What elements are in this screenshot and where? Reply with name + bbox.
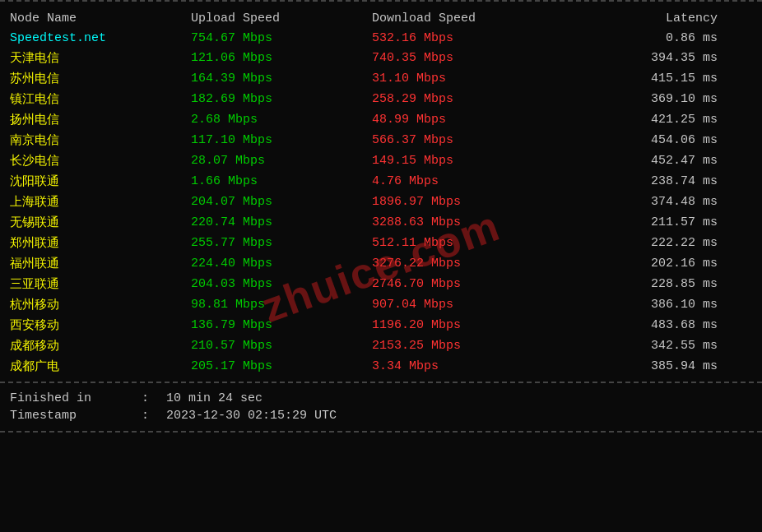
bottom-dashed-line	[0, 431, 762, 433]
latency-value: 222.22 ms	[569, 236, 718, 250]
latency-value: 454.06 ms	[569, 133, 718, 147]
node-name: 杭州移动	[10, 297, 191, 312]
upload-speed: 164.39 Mbps	[191, 72, 372, 86]
main-container: zhuice.com Node Name Upload Speed Downlo…	[0, 0, 762, 532]
download-speed: 3276.22 Mbps	[372, 257, 569, 271]
table-row: 镇江电信182.69 Mbps258.29 Mbps369.10 ms	[10, 89, 752, 109]
node-name: 成都广电	[10, 359, 191, 374]
latency-value: 452.47 ms	[569, 154, 718, 168]
latency-value: 238.74 ms	[569, 174, 718, 188]
table-body: Speedtest.net754.67 Mbps532.16 Mbps0.86 …	[10, 29, 752, 377]
footer-finished-label: Finished in	[10, 391, 142, 405]
download-speed: 3.34 Mbps	[372, 359, 569, 373]
latency-value: 202.16 ms	[569, 257, 718, 271]
table-row: 杭州移动98.81 Mbps907.04 Mbps386.10 ms	[10, 294, 752, 315]
download-speed: 4.76 Mbps	[372, 174, 569, 188]
table-row: 沈阳联通1.66 Mbps4.76 Mbps238.74 ms	[10, 171, 752, 192]
node-name: 苏州电信	[10, 71, 191, 86]
latency-value: 386.10 ms	[569, 298, 718, 312]
upload-speed: 205.17 Mbps	[191, 359, 372, 373]
table-row: 苏州电信164.39 Mbps31.10 Mbps415.15 ms	[10, 68, 752, 89]
header-latency: Latency	[569, 12, 718, 25]
node-name: 上海联通	[10, 194, 191, 210]
table-row: 无锡联通220.74 Mbps3288.63 Mbps211.57 ms	[10, 212, 752, 233]
header-upload: Upload Speed	[191, 12, 372, 25]
upload-speed: 117.10 Mbps	[191, 133, 372, 147]
download-speed: 512.11 Mbps	[372, 236, 569, 250]
upload-speed: 1.66 Mbps	[191, 174, 372, 188]
table-row: 福州联通224.40 Mbps3276.22 Mbps202.16 ms	[10, 253, 752, 274]
table-row: 长沙电信28.07 Mbps149.15 Mbps452.47 ms	[10, 150, 752, 171]
download-speed: 532.16 Mbps	[372, 31, 569, 45]
footer-finished-row: Finished in : 10 min 24 sec	[10, 390, 752, 407]
download-speed: 149.15 Mbps	[372, 154, 569, 168]
node-name: 无锡联通	[10, 215, 191, 230]
latency-value: 483.68 ms	[569, 318, 718, 332]
upload-speed: 121.06 Mbps	[191, 51, 372, 65]
download-speed: 1196.20 Mbps	[372, 318, 569, 332]
table-row: 西安移动136.79 Mbps1196.20 Mbps483.68 ms	[10, 315, 752, 335]
latency-value: 369.10 ms	[569, 92, 718, 106]
node-name: 沈阳联通	[10, 173, 191, 189]
footer-timestamp-label: Timestamp	[10, 409, 142, 423]
upload-speed: 204.07 Mbps	[191, 195, 372, 209]
node-name: 南京电信	[10, 132, 191, 148]
table-row: 南京电信117.10 Mbps566.37 Mbps454.06 ms	[10, 130, 752, 150]
upload-speed: 28.07 Mbps	[191, 154, 372, 168]
header-node-name: Node Name	[10, 12, 191, 25]
upload-speed: 98.81 Mbps	[191, 298, 372, 312]
node-name: 成都移动	[10, 338, 191, 354]
node-name: 镇江电信	[10, 91, 191, 107]
table-row: Speedtest.net754.67 Mbps532.16 Mbps0.86 …	[10, 29, 752, 48]
node-name: 扬州电信	[10, 112, 191, 127]
upload-speed: 2.68 Mbps	[191, 113, 372, 127]
latency-value: 0.86 ms	[569, 31, 718, 45]
upload-speed: 255.77 Mbps	[191, 236, 372, 250]
node-name: 三亚联通	[10, 276, 191, 292]
table-row: 扬州电信2.68 Mbps48.99 Mbps421.25 ms	[10, 109, 752, 130]
download-speed: 2153.25 Mbps	[372, 339, 569, 353]
latency-value: 228.85 ms	[569, 277, 718, 291]
node-name: 长沙电信	[10, 153, 191, 169]
upload-speed: 224.40 Mbps	[191, 257, 372, 271]
latency-value: 342.55 ms	[569, 339, 718, 353]
upload-speed: 220.74 Mbps	[191, 215, 372, 229]
latency-value: 421.25 ms	[569, 113, 718, 127]
footer-timestamp-value: 2023-12-30 02:15:29 UTC	[166, 409, 337, 423]
node-name: 西安移动	[10, 317, 191, 333]
table-row: 郑州联通255.77 Mbps512.11 Mbps222.22 ms	[10, 233, 752, 253]
latency-value: 394.35 ms	[569, 51, 718, 65]
node-name: Speedtest.net	[10, 31, 191, 45]
footer-sep2: :	[142, 409, 166, 423]
download-speed: 3288.63 Mbps	[372, 215, 569, 229]
table-row: 成都移动210.57 Mbps2153.25 Mbps342.55 ms	[10, 335, 752, 356]
upload-speed: 136.79 Mbps	[191, 318, 372, 332]
node-name: 福州联通	[10, 256, 191, 271]
latency-value: 385.94 ms	[569, 359, 718, 373]
upload-speed: 210.57 Mbps	[191, 339, 372, 353]
footer-sep1: :	[142, 391, 166, 405]
node-name: 天津电信	[10, 50, 191, 66]
upload-speed: 182.69 Mbps	[191, 92, 372, 106]
latency-value: 415.15 ms	[569, 72, 718, 86]
table-section: Node Name Upload Speed Download Speed La…	[0, 2, 762, 382]
download-speed: 740.35 Mbps	[372, 51, 569, 65]
download-speed: 258.29 Mbps	[372, 92, 569, 106]
download-speed: 566.37 Mbps	[372, 133, 569, 147]
latency-value: 374.48 ms	[569, 195, 718, 209]
table-row: 成都广电205.17 Mbps3.34 Mbps385.94 ms	[10, 356, 752, 377]
footer-section: Finished in : 10 min 24 sec Timestamp : …	[0, 383, 762, 431]
table-header: Node Name Upload Speed Download Speed La…	[10, 8, 752, 29]
table-row: 天津电信121.06 Mbps740.35 Mbps394.35 ms	[10, 48, 752, 68]
header-download: Download Speed	[372, 12, 569, 25]
node-name: 郑州联通	[10, 235, 191, 251]
upload-speed: 754.67 Mbps	[191, 31, 372, 45]
download-speed: 48.99 Mbps	[372, 113, 569, 127]
download-speed: 31.10 Mbps	[372, 72, 569, 86]
download-speed: 1896.97 Mbps	[372, 195, 569, 209]
download-speed: 2746.70 Mbps	[372, 277, 569, 291]
footer-timestamp-row: Timestamp : 2023-12-30 02:15:29 UTC	[10, 407, 752, 424]
table-row: 上海联通204.07 Mbps1896.97 Mbps374.48 ms	[10, 192, 752, 212]
download-speed: 907.04 Mbps	[372, 298, 569, 312]
latency-value: 211.57 ms	[569, 215, 718, 229]
